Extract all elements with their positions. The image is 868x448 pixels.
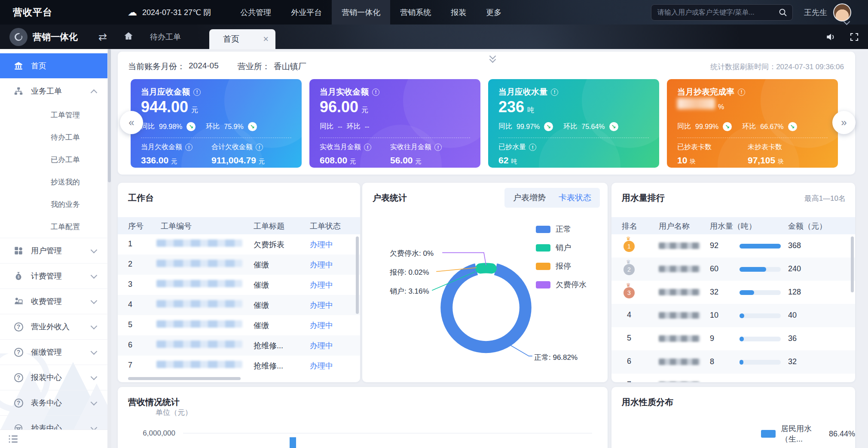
usage-bar-track xyxy=(740,360,781,365)
sidebar: 首页 业务工单 工单管理 待办工单 已办工单 抄送我的 我的业务 工单配置 用户… xyxy=(0,49,107,448)
donut-segment-normal[interactable] xyxy=(446,268,526,347)
top-menu-item-外业平台[interactable]: 外业平台 xyxy=(281,0,332,25)
info-icon[interactable]: ! xyxy=(256,144,263,151)
sidebar-subitem-抄送我的[interactable]: 抄送我的 xyxy=(0,171,107,193)
workorder-number-redacted xyxy=(156,280,242,287)
info-icon[interactable]: ! xyxy=(372,89,379,96)
sidebar-item-业务工单[interactable]: 业务工单 xyxy=(0,78,107,104)
sidebar-item-表务中心[interactable]: ? 表务中心 xyxy=(0,390,107,415)
kpi-submetric-label: 当月欠收金额 ! xyxy=(141,143,193,152)
sidebar-subitem-label: 已办工单 xyxy=(51,155,80,165)
carousel-prev-button[interactable]: « xyxy=(120,111,143,134)
sidebar-item-计费管理[interactable]: $ 计费管理 xyxy=(0,263,107,288)
card-divider xyxy=(141,138,291,138)
legend-item-欠费停水[interactable]: 欠费停水 xyxy=(536,279,587,290)
legend-label: 销户 xyxy=(556,242,571,253)
workorder-row[interactable]: 2 催缴 办理中 xyxy=(118,255,360,275)
home-icon[interactable] xyxy=(123,31,134,43)
sidebar-subitem-工单管理[interactable]: 工单管理 xyxy=(0,104,107,126)
workorder-title: 欠费拆表 xyxy=(254,239,284,250)
workorder-row[interactable]: 6 抢维修... 办理中 xyxy=(118,335,360,356)
workorder-row[interactable]: 7 抢维修... 办理中 xyxy=(118,356,360,376)
workorder-row[interactable]: 5 催缴 办理中 xyxy=(118,315,360,335)
sidebar-item-首页[interactable]: 首页 xyxy=(0,53,107,78)
legend-item-报停[interactable]: 报停 xyxy=(536,261,587,271)
workorder-status-link[interactable]: 办理中 xyxy=(310,341,333,351)
ranking-row[interactable]: 6 8 32 xyxy=(611,350,855,374)
donut-segment-closed[interactable] xyxy=(480,268,492,269)
ranking-vscrollbar[interactable] xyxy=(851,236,854,292)
workbench-hscrollbar[interactable] xyxy=(128,377,241,380)
info-icon[interactable]: ! xyxy=(738,89,745,96)
kpi-card-trends: 同比99.99% ↘ 环比66.67% ↘ xyxy=(677,122,803,131)
kpi-card-title: 当月抄表完成率 ! xyxy=(677,86,745,98)
fullscreen-icon[interactable] xyxy=(849,32,859,42)
workorder-status-link[interactable]: 办理中 xyxy=(310,320,333,331)
top-menu-item-营销系统[interactable]: 营销系统 xyxy=(390,0,441,25)
workorder-row[interactable]: 3 催缴 办理中 xyxy=(118,275,360,295)
workorder-row[interactable]: 4 催缴 办理中 xyxy=(118,295,360,315)
search-input[interactable] xyxy=(657,8,779,17)
legend-item-正常[interactable]: 正常 xyxy=(536,224,587,234)
top-menu-item-营销一体化[interactable]: 营销一体化 xyxy=(332,0,390,25)
revenue-bar[interactable] xyxy=(290,437,296,448)
top-menu-item-报装[interactable]: 报装 xyxy=(441,0,476,25)
user-name-redacted xyxy=(659,382,700,382)
legend-item-销户[interactable]: 销户 xyxy=(536,242,587,253)
page-scrollbar-thumb[interactable] xyxy=(108,49,111,182)
switch-app-icon[interactable]: ⇄ xyxy=(98,31,107,43)
top-menu-item-更多[interactable]: 更多 xyxy=(476,0,511,25)
cloud-icon: ☁ xyxy=(128,7,137,18)
info-icon[interactable]: ! xyxy=(551,89,558,96)
question-icon: ? xyxy=(14,322,23,331)
info-icon[interactable]: ! xyxy=(529,144,536,151)
collapse-panel-icon[interactable] xyxy=(487,55,498,64)
tab-home[interactable]: 首页 × xyxy=(209,29,275,49)
kpi-submetric-value: 62吨 xyxy=(498,155,550,166)
sidebar-item-催缴管理[interactable]: ? 催缴管理 xyxy=(0,339,107,365)
kpi-card-trends: 同比-- ↘ 环比-- ↘ xyxy=(320,122,369,131)
speaker-icon[interactable] xyxy=(825,31,836,43)
sidebar-subitem-工单配置[interactable]: 工单配置 xyxy=(0,215,107,238)
workorder-status-link[interactable]: 办理中 xyxy=(310,239,333,250)
workorder-status-link[interactable]: 办理中 xyxy=(310,280,333,290)
collapse-menu-icon[interactable] xyxy=(9,435,18,443)
sub-nav: 营销一体化 ⇄ 待办工单 首页 × xyxy=(0,25,868,49)
ranking-row[interactable]: 3 32 128 xyxy=(611,281,855,304)
app-title: 营销一体化 xyxy=(33,31,78,43)
sidebar-item-营业外收入[interactable]: ? 营业外收入 xyxy=(0,314,107,339)
sidebar-subitem-待办工单[interactable]: 待办工单 xyxy=(0,126,107,148)
ranking-row[interactable]: 2 60 240 xyxy=(611,258,855,281)
sidebar-item-label: 催缴管理 xyxy=(31,347,62,357)
info-icon[interactable]: ! xyxy=(193,89,201,96)
info-icon[interactable]: ! xyxy=(364,144,371,151)
info-icon[interactable]: ! xyxy=(185,144,193,151)
ranking-row[interactable]: 5 9 36 xyxy=(611,327,855,350)
avatar[interactable] xyxy=(833,3,851,21)
carousel-next-button[interactable]: » xyxy=(832,111,856,134)
workorder-status-link[interactable]: 办理中 xyxy=(310,361,333,371)
workorder-row[interactable]: 1 欠费拆表 办理中 xyxy=(118,234,360,255)
sidebar-subitem-已办工单[interactable]: 已办工单 xyxy=(0,148,107,171)
info-icon[interactable]: ! xyxy=(434,144,442,151)
tab-close-icon[interactable]: × xyxy=(263,34,269,45)
sidebar-item-收费管理[interactable]: 收费管理 xyxy=(0,288,107,314)
top-menu-item-公共管理[interactable]: 公共管理 xyxy=(230,0,281,25)
todo-orders-link[interactable]: 待办工单 xyxy=(150,32,181,42)
page-scrollbar[interactable] xyxy=(107,49,111,448)
ranking-row[interactable]: 4 10 40 xyxy=(611,304,855,327)
sitemap-icon xyxy=(14,86,23,96)
usage-nature-legend[interactable]: 居民用水（生... 86.44% xyxy=(761,423,855,444)
ranking-row[interactable]: 7 xyxy=(611,374,855,382)
workbench-vscrollbar[interactable] xyxy=(356,236,359,314)
col-usage: 用水量（吨） xyxy=(710,221,756,231)
sidebar-subitem-我的业务[interactable]: 我的业务 xyxy=(0,193,107,215)
workorder-status-link[interactable]: 办理中 xyxy=(310,260,333,270)
workorder-status-link[interactable]: 办理中 xyxy=(310,300,333,310)
sidebar-item-用户管理[interactable]: 用户管理 xyxy=(0,238,107,263)
card-divider xyxy=(498,138,649,138)
search-icon[interactable] xyxy=(779,8,787,17)
global-search[interactable] xyxy=(651,4,793,21)
sidebar-item-报装中心[interactable]: ? 报装中心 xyxy=(0,365,107,390)
ranking-row[interactable]: 1 92 368 xyxy=(611,234,855,258)
